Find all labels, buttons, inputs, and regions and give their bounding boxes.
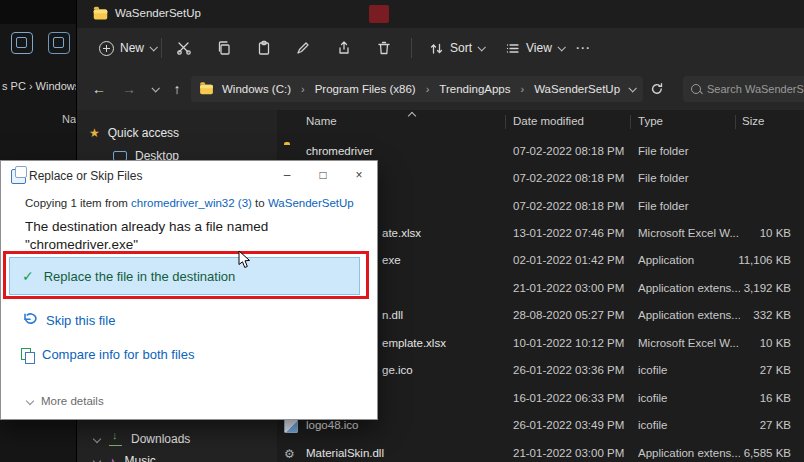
background-name-header: Na — [62, 113, 76, 125]
breadcrumb-separator: › — [299, 83, 307, 95]
file-name: logo48.ico — [306, 419, 506, 431]
window-title: WaSenderSetUp — [115, 7, 201, 19]
file-type: File folder — [638, 200, 740, 212]
file-size: 3,192 KB — [696, 282, 791, 294]
sort-ascending-icon — [408, 112, 416, 120]
destination-folder-link[interactable]: WaSenderSetUp — [268, 197, 354, 209]
share-button[interactable] — [329, 36, 359, 60]
plus-icon — [99, 41, 114, 56]
back-button[interactable]: ← — [87, 77, 111, 101]
file-size: 27 KB — [696, 419, 791, 431]
replace-skip-dialog: Replace or Skip Files – □ × Copying 1 it… — [0, 160, 378, 420]
chevron-down-icon — [151, 84, 159, 92]
copy-to-word: to — [252, 197, 268, 209]
close-button[interactable]: × — [341, 161, 377, 189]
refresh-button[interactable] — [645, 77, 669, 101]
view-button[interactable]: View — [497, 34, 572, 62]
file-type: File folder — [638, 145, 740, 157]
breadcrumb-item[interactable]: WaSenderSetUp — [532, 81, 622, 97]
file-date: 21-01-2022 03:00 PM — [513, 447, 635, 459]
search-placeholder-text: Search WaSenderSetUp — [707, 83, 804, 95]
screen: s PC › Windows Na WaSenderSetUp New — [0, 0, 804, 462]
column-header-date[interactable]: Date modified — [513, 115, 584, 127]
breadcrumb-item[interactable]: Windows (C:) — [220, 81, 293, 97]
skip-file-option[interactable]: Skip this file — [21, 311, 115, 330]
file-size: 11,106 KB — [696, 254, 791, 266]
delete-button[interactable] — [369, 36, 399, 60]
sort-button[interactable]: Sort — [421, 34, 492, 62]
copy-prefix: Copying 1 item from — [25, 197, 131, 209]
file-size: 16 KB — [696, 392, 791, 404]
folder-icon — [94, 10, 108, 20]
column-divider[interactable] — [735, 115, 736, 129]
minimize-button[interactable]: – — [269, 161, 305, 189]
skip-option-label: Skip this file — [46, 313, 115, 328]
address-bar[interactable]: Windows (C:) › Program Files (x86) › Tre… — [191, 76, 643, 102]
bg-icon-glyph — [16, 37, 27, 48]
chevron-down-icon — [557, 43, 565, 51]
view-button-label: View — [526, 41, 552, 55]
file-size: 10 KB — [696, 337, 791, 349]
file-name: chromedriver — [306, 145, 506, 157]
column-header-size[interactable]: Size — [742, 115, 764, 127]
sidebar-item-label: Downloads — [131, 432, 190, 446]
compare-info-option[interactable]: Compare info for both files — [21, 347, 194, 362]
copy-status-line: Copying 1 item from chromedriver_win32 (… — [25, 197, 354, 209]
dialog-window-controls: – □ × — [269, 161, 377, 189]
column-divider[interactable] — [630, 115, 631, 129]
bg-icon-glyph — [53, 37, 64, 48]
table-row[interactable]: MaterialSkin.dll 21-01-2022 03:00 PM App… — [277, 440, 804, 462]
bg-toolbar-icon-1[interactable] — [11, 32, 33, 54]
new-button-label: New — [120, 41, 144, 55]
up-button[interactable]: ↑ — [165, 77, 189, 101]
rename-icon — [295, 40, 311, 56]
column-divider[interactable] — [505, 115, 506, 129]
chevron-icon — [93, 457, 101, 462]
forward-button[interactable]: → — [117, 77, 141, 101]
file-size: 6,585 KB — [696, 447, 791, 459]
cut-button[interactable] — [169, 36, 199, 60]
sidebar-item-quick-access[interactable]: Quick access — [89, 123, 179, 143]
search-icon — [691, 84, 701, 94]
sidebar-item-label: Quick access — [108, 126, 179, 140]
copy-button[interactable] — [209, 36, 239, 60]
folder-icon — [200, 84, 213, 93]
more-details-toggle[interactable]: More details — [27, 395, 104, 407]
file-date: 10-01-2022 10:12 PM — [513, 337, 635, 349]
downloads-icon — [109, 432, 122, 446]
chevron-down-icon[interactable] — [628, 84, 636, 92]
conflict-message-line2: "chromedriver.exe" — [25, 237, 138, 252]
compare-files-icon — [21, 348, 33, 362]
bg-toolbar-icon-2[interactable] — [48, 32, 70, 54]
paste-button[interactable] — [249, 36, 279, 60]
column-header-type[interactable]: Type — [638, 115, 663, 127]
replace-file-option[interactable]: ✓ Replace the file in the destination — [9, 257, 360, 295]
annotation-highlight-box: ✓ Replace the file in the destination — [3, 251, 369, 299]
new-button[interactable]: New — [91, 34, 164, 62]
search-input[interactable]: Search WaSenderSetUp — [683, 76, 804, 102]
source-folder-link[interactable]: chromedriver_win32 (3) — [131, 197, 252, 209]
trash-icon — [376, 40, 392, 56]
skip-arrow-icon — [21, 311, 37, 330]
sidebar-item-downloads[interactable]: Downloads — [94, 429, 190, 449]
compare-option-label: Compare info for both files — [42, 347, 194, 362]
titlebar[interactable]: WaSenderSetUp — [77, 0, 804, 28]
recent-locations-button[interactable] — [143, 77, 167, 101]
command-bar: New Sort — [77, 28, 804, 69]
maximize-button[interactable]: □ — [305, 161, 341, 189]
dll-file-icon — [284, 447, 295, 461]
breadcrumb-item[interactable]: Program Files (x86) — [313, 81, 418, 97]
paste-icon — [256, 40, 272, 56]
rename-button[interactable] — [288, 36, 318, 60]
column-header-name[interactable]: Name — [306, 115, 337, 127]
breadcrumb-item[interactable]: TrendingApps — [437, 81, 512, 97]
chevron-down-icon — [477, 43, 485, 51]
sidebar-item-music[interactable]: Music — [94, 451, 156, 462]
chevron-down-icon — [149, 43, 157, 51]
address-bar-row: ← → ↑ Windows (C:) › Program Files (x86)… — [77, 68, 804, 111]
copy-icon — [216, 40, 232, 56]
more-options-button[interactable]: ⋯ — [567, 34, 599, 62]
breadcrumb-separator: › — [519, 83, 527, 95]
file-type: File folder — [638, 172, 740, 184]
file-date: 28-08-2020 05:27 PM — [513, 309, 635, 321]
